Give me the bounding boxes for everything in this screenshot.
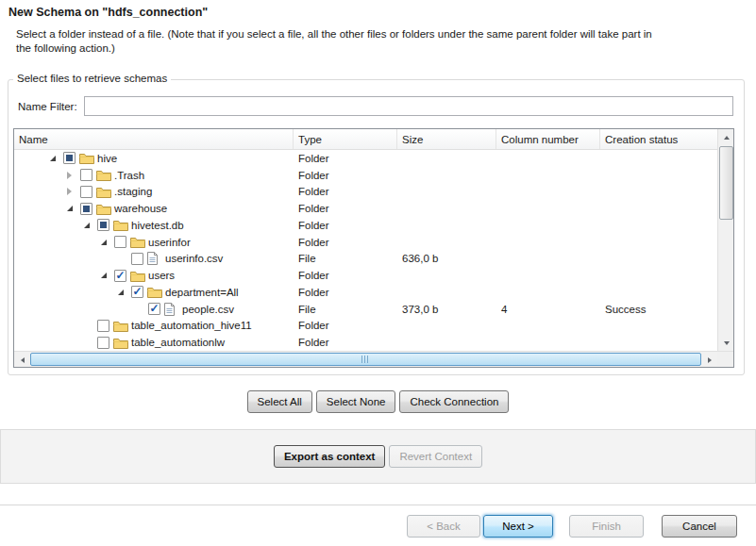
up-arrow-icon <box>724 136 730 140</box>
schema-tree-table: Name Type Size Column number Creation st… <box>13 128 734 368</box>
row-label: .Trash <box>114 170 144 181</box>
table-row[interactable]: hiveFolder <box>14 150 717 167</box>
colnum-cell: 4 <box>496 304 600 315</box>
row-checkbox[interactable] <box>114 236 126 248</box>
folder-icon <box>96 186 114 198</box>
vertical-scrollbar[interactable] <box>717 129 733 351</box>
select-all-button[interactable]: Select All <box>247 390 312 413</box>
folder-icon <box>130 236 148 248</box>
table-row[interactable]: usersFolder <box>14 267 717 284</box>
row-checkbox[interactable] <box>148 303 160 315</box>
type-cell: Folder <box>294 203 397 214</box>
context-panel: Export as context Revert Context <box>0 429 756 484</box>
type-cell: Folder <box>294 170 397 181</box>
row-checkbox[interactable] <box>80 186 92 198</box>
footer-separator <box>0 505 756 505</box>
row-label: people.csv <box>182 304 234 315</box>
row-checkbox[interactable] <box>80 203 92 215</box>
table-row[interactable]: warehouseFolder <box>14 200 717 217</box>
name-cell: table_automationlw <box>14 334 294 351</box>
row-checkbox[interactable] <box>63 152 76 164</box>
horizontal-scroll-thumb[interactable] <box>30 353 701 366</box>
scroll-left-button[interactable] <box>14 352 30 368</box>
row-checkbox[interactable] <box>114 270 126 282</box>
left-arrow-icon <box>21 357 25 363</box>
vertical-scroll-thumb[interactable] <box>719 146 733 220</box>
name-filter-input[interactable] <box>84 96 733 116</box>
group-title: Select files to retrieve schemas <box>13 73 171 84</box>
row-checkbox[interactable] <box>80 169 92 181</box>
name-cell: userinfor <box>14 234 294 251</box>
table-body: hiveFolder.TrashFolder.stagingFolderware… <box>14 150 717 351</box>
page-description: Select a folder instead of a file. (Note… <box>16 27 654 56</box>
table-row[interactable]: table_automation_hive11Folder <box>14 318 717 335</box>
name-cell: hive <box>14 150 294 167</box>
table-row[interactable]: table_automationlwFolder <box>14 334 717 351</box>
row-label: .staging <box>114 186 152 197</box>
table-row[interactable]: .stagingFolder <box>14 184 717 201</box>
collapse-arrow-icon[interactable] <box>101 273 114 278</box>
name-cell: users <box>14 267 294 284</box>
column-header-creation-status[interactable]: Creation status <box>600 129 717 149</box>
table-row[interactable]: department=AllFolder <box>14 284 717 301</box>
table-row[interactable]: userinfo.csvFile636,0 b <box>14 251 717 268</box>
type-cell: Folder <box>294 220 397 231</box>
collapse-arrow-icon[interactable] <box>84 223 97 228</box>
table-header: Name Type Size Column number Creation st… <box>14 129 717 150</box>
table-row[interactable]: hivetest.dbFolder <box>14 217 717 234</box>
scroll-down-button[interactable] <box>718 335 734 351</box>
scroll-up-button[interactable] <box>718 129 734 145</box>
cancel-button[interactable]: Cancel <box>662 515 737 538</box>
name-cell: department=All <box>14 284 294 301</box>
type-cell: Folder <box>294 153 397 164</box>
row-checkbox[interactable] <box>97 337 109 349</box>
scrollbar-corner <box>717 351 733 367</box>
name-cell: table_automation_hive11 <box>14 318 294 335</box>
status-cell: Success <box>600 304 717 315</box>
row-checkbox[interactable] <box>131 253 143 265</box>
right-arrow-icon <box>708 357 712 363</box>
next-button[interactable]: Next > <box>483 515 553 538</box>
row-checkbox[interactable] <box>131 286 143 298</box>
table-row[interactable]: .TrashFolder <box>14 167 717 184</box>
type-cell: Folder <box>294 237 397 248</box>
horizontal-scrollbar[interactable] <box>14 351 717 367</box>
name-cell: hivetest.db <box>14 217 294 234</box>
column-header-type[interactable]: Type <box>294 129 397 149</box>
collapse-arrow-icon[interactable] <box>118 290 131 295</box>
export-as-context-button[interactable]: Export as context <box>274 445 386 468</box>
select-files-group: Select files to retrieve schemas Name Fi… <box>8 79 745 375</box>
table-row[interactable]: userinforFolder <box>14 234 717 251</box>
table-actions-bar: Select All Select None Check Connection <box>0 390 756 413</box>
down-arrow-icon <box>724 341 730 345</box>
row-label: users <box>148 270 175 281</box>
type-cell: Folder <box>294 270 397 281</box>
collapse-arrow-icon[interactable] <box>101 240 114 245</box>
select-none-button[interactable]: Select None <box>316 390 396 413</box>
row-label: userinfo.csv <box>165 253 223 264</box>
row-label: hivetest.db <box>131 220 184 231</box>
row-label: warehouse <box>114 203 167 214</box>
wizard-footer: < Back Next > Finish Cancel <box>407 515 737 538</box>
folder-icon <box>79 152 97 164</box>
column-header-name[interactable]: Name <box>14 129 294 149</box>
row-checkbox[interactable] <box>97 219 109 231</box>
column-header-size[interactable]: Size <box>397 129 496 149</box>
expand-arrow-icon[interactable] <box>67 172 80 179</box>
name-cell: warehouse <box>14 200 294 217</box>
expand-arrow-icon[interactable] <box>67 188 80 195</box>
folder-icon <box>147 286 165 298</box>
column-header-column-number[interactable]: Column number <box>496 129 600 149</box>
collapse-arrow-icon[interactable] <box>50 156 63 161</box>
folder-icon <box>113 219 131 231</box>
scroll-right-button[interactable] <box>701 352 717 368</box>
table-row[interactable]: people.csvFile373,0 b4Success <box>14 301 717 318</box>
row-label: table_automationlw <box>131 337 225 348</box>
row-checkbox[interactable] <box>97 320 109 332</box>
folder-icon <box>96 169 114 181</box>
collapse-arrow-icon[interactable] <box>67 206 80 211</box>
name-cell: userinfo.csv <box>14 251 294 268</box>
file-icon <box>147 252 165 265</box>
check-connection-button[interactable]: Check Connection <box>399 390 509 413</box>
row-label: hive <box>97 153 117 164</box>
